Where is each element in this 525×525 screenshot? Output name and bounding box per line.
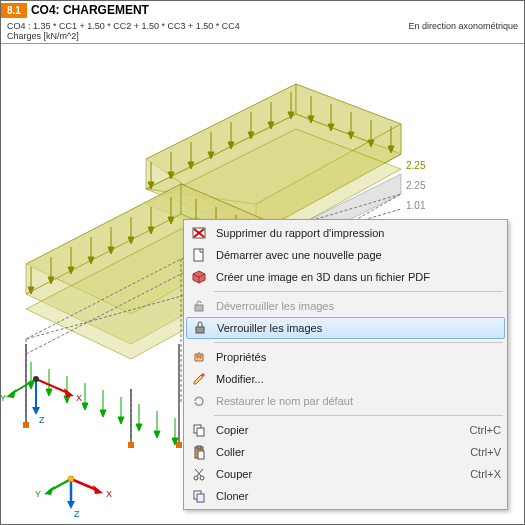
svg-rect-117 [195,305,203,311]
load-combination-formula: CO4 : 1.35 * CC1 + 1.50 * CC2 + 1.50 * C… [7,21,240,31]
svg-marker-86 [136,424,142,431]
menu-delete-from-report[interactable]: Supprimer du rapport d'impression [186,222,505,244]
clipboard-icon [190,443,208,461]
svg-rect-114 [194,249,203,261]
svg-line-101 [71,479,97,490]
delete-icon [190,224,208,242]
svg-rect-70 [23,422,29,428]
svg-rect-132 [197,494,204,502]
svg-point-97 [33,376,39,382]
menu-shortcut: Ctrl+X [470,468,501,480]
header-tag: 8.1 [1,3,27,18]
load-value-2: 2.25 [406,180,426,191]
menu-label: Copier [216,424,462,436]
copy-icon [190,421,208,439]
menu-separator [214,342,503,343]
menu-new-page[interactable]: Démarrer avec une nouvelle page [186,244,505,266]
svg-text:Z: Z [74,509,80,519]
svg-marker-80 [82,403,88,410]
header-bar: 8.1 CO4: CHARGEMENT [1,1,524,19]
svg-line-91 [36,379,68,393]
menu-unlock-images: Déverrouiller les images [186,295,505,317]
hand-icon [190,348,208,366]
menu-separator [214,415,503,416]
svg-marker-82 [100,410,106,417]
load-value-1: 2.25 [406,160,426,171]
svg-text:Y: Y [35,489,41,499]
menu-label: Verrouiller les images [217,322,500,334]
menu-restore-name: Restaurer le nom par défaut [186,390,505,412]
context-menu: Supprimer du rapport d'impression Démarr… [183,219,508,510]
refresh-icon [190,392,208,410]
svg-marker-96 [32,407,40,415]
scissors-icon [190,465,208,483]
menu-modify[interactable]: Modifier... [186,368,505,390]
svg-point-128 [200,476,204,480]
svg-rect-125 [197,446,201,449]
svg-rect-126 [198,451,204,459]
menu-label: Démarrer avec une nouvelle page [216,249,501,261]
header-title: CO4: CHARGEMENT [31,3,149,17]
svg-marker-119 [194,375,203,384]
svg-marker-76 [46,389,52,396]
units-label: Charges [kN/m^2] [7,31,240,41]
svg-point-107 [68,476,74,482]
svg-marker-88 [154,431,160,438]
pencil-icon [190,370,208,388]
subheader: CO4 : 1.35 * CC1 + 1.50 * CC2 + 1.50 * C… [1,19,524,44]
menu-clone[interactable]: Cloner [186,485,505,507]
menu-label: Supprimer du rapport d'impression [216,227,501,239]
svg-point-127 [194,476,198,480]
menu-label: Couper [216,468,462,480]
menu-label: Modifier... [216,373,501,385]
menu-cut[interactable]: Couper Ctrl+X [186,463,505,485]
cube-icon [190,268,208,286]
menu-properties[interactable]: Propriétés [186,346,505,368]
clone-icon [190,487,208,505]
menu-label: Coller [216,446,462,458]
svg-text:X: X [106,489,112,499]
menu-label: Cloner [216,490,501,502]
svg-marker-102 [93,485,103,494]
menu-label: Propriétés [216,351,501,363]
menu-paste[interactable]: Coller Ctrl+V [186,441,505,463]
svg-rect-118 [196,327,204,333]
menu-copy[interactable]: Copier Ctrl+C [186,419,505,441]
svg-rect-72 [176,442,182,448]
svg-marker-104 [44,486,54,495]
svg-rect-123 [197,428,204,436]
load-value-3: 1.01 [406,200,426,211]
view-mode-label: En direction axonométrique [408,21,518,41]
menu-lock-images[interactable]: Verrouiller les images [186,317,505,339]
lock-icon [191,319,209,337]
axis-triad-small: X Y Z [35,476,112,519]
svg-marker-94 [6,389,16,398]
menu-separator [214,291,503,292]
unlock-icon [190,297,208,315]
svg-marker-84 [118,417,124,424]
svg-marker-78 [64,396,70,403]
menu-label: Déverrouiller les images [216,300,501,312]
svg-text:Y: Y [1,393,6,403]
menu-shortcut: Ctrl+V [470,446,501,458]
menu-label: Créer une image en 3D dans un fichier PD… [216,271,501,283]
menu-label: Restaurer le nom par défaut [216,395,501,407]
menu-shortcut: Ctrl+C [470,424,501,436]
svg-text:X: X [76,393,82,403]
axis-triad-large: X Y Z [1,376,82,425]
page-icon [190,246,208,264]
svg-text:Z: Z [39,415,45,425]
menu-create-3d-pdf[interactable]: Créer une image en 3D dans un fichier PD… [186,266,505,288]
svg-rect-71 [128,442,134,448]
svg-marker-106 [67,501,75,509]
